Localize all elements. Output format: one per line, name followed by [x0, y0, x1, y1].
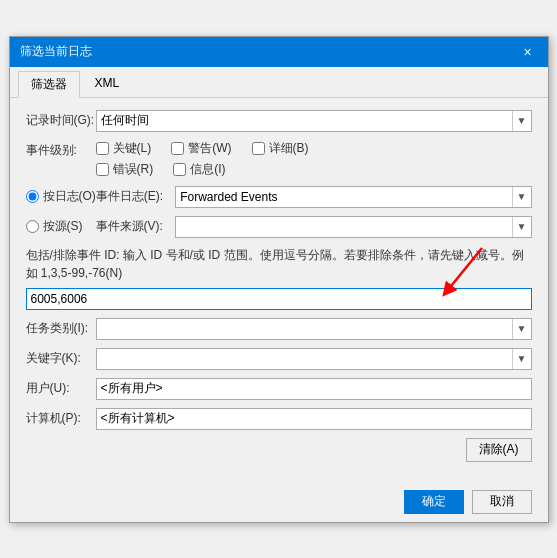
clear-button[interactable]: 清除(A): [466, 438, 532, 462]
by-source-radio-container: 按源(S): [26, 218, 96, 235]
by-log-radio-container: 按日志(O): [26, 188, 96, 205]
checkbox-warning[interactable]: 警告(W): [171, 140, 231, 157]
event-source-row: 按源(S) 事件来源(V): ▼: [26, 216, 532, 238]
dialog-title: 筛选当前日志: [20, 43, 92, 60]
clear-row: 清除(A): [26, 438, 532, 462]
record-time-value: 任何时间: [101, 112, 149, 129]
keyword-label: 关键字(K):: [26, 350, 96, 367]
event-source-group: 事件来源(V): ▼: [96, 216, 532, 238]
event-level-row: 事件级别: 关键(L) 警告(W) 详细(B): [26, 140, 532, 178]
event-source-select[interactable]: ▼: [175, 216, 532, 238]
event-source-arrow-icon: ▼: [512, 217, 527, 237]
checkbox-critical[interactable]: 关键(L): [96, 140, 152, 157]
record-time-arrow-icon: ▼: [512, 111, 527, 131]
by-source-label: 按源(S): [43, 218, 83, 235]
computer-label: 计算机(P):: [26, 410, 96, 427]
event-level-label: 事件级别:: [26, 140, 96, 159]
event-id-container: [26, 288, 532, 310]
event-log-group: 事件日志(E): Forwarded Events ▼: [96, 186, 532, 208]
record-time-select[interactable]: 任何时间 ▼: [96, 110, 532, 132]
by-source-radio[interactable]: [26, 220, 39, 233]
event-log-arrow-icon: ▼: [512, 187, 527, 207]
event-log-select[interactable]: Forwarded Events ▼: [175, 186, 531, 208]
computer-row: 计算机(P):: [26, 408, 532, 430]
keyword-select[interactable]: ▼: [96, 348, 532, 370]
event-log-label: 事件日志(E):: [96, 188, 163, 205]
red-arrow-annotation: [422, 243, 502, 298]
checkbox-error-input[interactable]: [96, 163, 109, 176]
keyword-group: ▼: [96, 348, 532, 370]
task-category-select[interactable]: ▼: [96, 318, 532, 340]
tab-filter[interactable]: 筛选器: [18, 71, 80, 98]
checkbox-warning-input[interactable]: [171, 142, 184, 155]
tabs-container: 筛选器 XML: [10, 67, 548, 98]
close-button[interactable]: ×: [518, 42, 538, 62]
titlebar: 筛选当前日志 ×: [10, 37, 548, 67]
event-log-value: Forwarded Events: [180, 190, 277, 204]
checkbox-critical-input[interactable]: [96, 142, 109, 155]
user-row: 用户(U): document.querySelector('[data-nam…: [26, 378, 532, 400]
checkbox-detailed[interactable]: 详细(B): [252, 140, 309, 157]
task-category-label: 任务类别(I):: [26, 320, 96, 337]
record-time-group: 任何时间 ▼: [96, 110, 532, 132]
checkbox-info[interactable]: 信息(I): [173, 161, 225, 178]
cancel-button[interactable]: 取消: [472, 490, 532, 514]
user-input[interactable]: [96, 378, 532, 400]
record-time-row: 记录时间(G): 任何时间 ▼: [26, 110, 532, 132]
checkbox-row-2: 错误(R) 信息(I): [96, 161, 532, 178]
filter-content: 记录时间(G): 任何时间 ▼ 事件级别: 关键(L): [10, 98, 548, 482]
task-category-row: 任务类别(I): ▼: [26, 318, 532, 340]
svg-line-1: [447, 248, 482, 291]
computer-input[interactable]: [96, 408, 532, 430]
dialog: 筛选当前日志 × 筛选器 XML 记录时间(G): 任何时间 ▼ 事件级别:: [9, 36, 549, 523]
record-time-label: 记录时间(G):: [26, 112, 96, 129]
checkbox-error[interactable]: 错误(R): [96, 161, 154, 178]
task-category-arrow-icon: ▼: [512, 319, 527, 339]
checkbox-detailed-input[interactable]: [252, 142, 265, 155]
keyword-row: 关键字(K): ▼: [26, 348, 532, 370]
user-label: 用户(U):: [26, 380, 96, 397]
ok-button[interactable]: 确定: [404, 490, 464, 514]
checkbox-info-input[interactable]: [173, 163, 186, 176]
keyword-arrow-icon: ▼: [512, 349, 527, 369]
by-log-radio[interactable]: [26, 190, 39, 203]
by-log-label: 按日志(O): [43, 188, 96, 205]
task-category-group: ▼: [96, 318, 532, 340]
tab-xml[interactable]: XML: [82, 71, 133, 97]
event-source-label: 事件来源(V):: [96, 218, 163, 235]
event-level-checkboxes: 关键(L) 警告(W) 详细(B) 错误(R): [96, 140, 532, 178]
bottom-buttons: 确定 取消: [10, 482, 548, 522]
event-log-row: 按日志(O) 事件日志(E): Forwarded Events ▼: [26, 186, 532, 208]
checkbox-row-1: 关键(L) 警告(W) 详细(B): [96, 140, 532, 157]
